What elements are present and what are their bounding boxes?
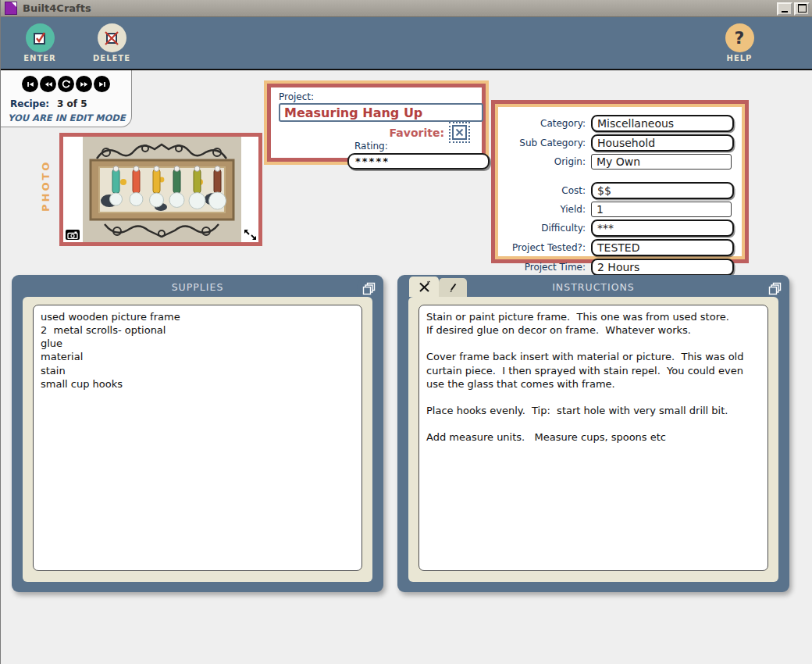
recipe-label: Recipe: — [10, 98, 49, 109]
rating-input[interactable] — [347, 153, 490, 170]
supplies-body: used wooden picture frame 2 metal scroll… — [23, 297, 372, 582]
supplies-textarea[interactable]: used wooden picture frame 2 metal scroll… — [33, 305, 362, 571]
app-window: Built4Crafts ENTER D — [0, 0, 812, 664]
question-mark-icon: ? — [725, 23, 754, 52]
delete-label: DELETE — [90, 54, 134, 62]
next-record-button[interactable] — [76, 76, 92, 92]
difficulty-field[interactable]: *** — [591, 220, 734, 237]
project-name-input[interactable] — [279, 103, 483, 122]
project-time-field[interactable]: 2 Hours — [591, 259, 734, 276]
details-section: Category: Miscellaneous Sub Category: Ho… — [491, 100, 749, 263]
skip-first-icon — [26, 80, 35, 89]
maximize-icon — [798, 4, 807, 12]
project-label: Project: — [279, 91, 474, 102]
photo-frame — [59, 133, 262, 246]
first-record-button[interactable] — [22, 76, 38, 92]
project-tested-label: Project Tested?: — [498, 242, 591, 253]
tab-instructions-utensils[interactable] — [409, 277, 439, 297]
record-navigator: Recipe: 3 of 5 YOU ARE IN EDIT MODE — [1, 70, 132, 127]
delete-button[interactable]: DELETE — [90, 23, 134, 62]
title-bar: Built4Crafts — [1, 0, 812, 17]
supplies-panel: SUPPLIES used wooden picture frame 2 met… — [12, 275, 383, 592]
fast-forward-icon — [80, 80, 89, 89]
x-mark-icon — [455, 128, 464, 137]
instructions-panel: INSTRUCTIONS Stain or paint picture fram… — [397, 275, 789, 592]
previous-record-button[interactable] — [40, 76, 56, 92]
rating-label: Rating: — [354, 141, 474, 152]
yield-label: Yield: — [498, 204, 591, 215]
help-label: HELP — [718, 54, 761, 62]
category-field[interactable]: Miscellaneous — [591, 115, 734, 132]
minimize-button[interactable] — [777, 2, 792, 16]
rewind-icon — [44, 80, 53, 89]
pencil-icon — [447, 282, 458, 293]
origin-label: Origin: — [498, 156, 591, 167]
origin-field[interactable]: My Own — [591, 154, 732, 170]
instructions-body: Stain or paint picture frame. This one w… — [408, 297, 778, 582]
last-record-button[interactable] — [94, 76, 110, 92]
toolbar: ENTER DELETE ? HELP — [1, 17, 812, 69]
difficulty-label: Difficulty: — [498, 223, 591, 234]
sub-category-label: Sub Category: — [498, 137, 591, 148]
project-photo — [83, 137, 241, 242]
enter-checkbox-icon — [26, 23, 55, 52]
app-icon — [5, 2, 17, 15]
category-label: Category: — [498, 118, 591, 129]
maximize-button[interactable] — [794, 2, 810, 16]
recipe-count: 3 of 5 — [57, 98, 87, 109]
favorite-label: Favorite: — [390, 127, 444, 139]
camera-button[interactable] — [66, 230, 80, 240]
instructions-textarea[interactable]: Stain or paint picture frame. This one w… — [418, 305, 768, 571]
help-button[interactable]: ? HELP — [718, 23, 761, 62]
resize-arrows-icon — [244, 229, 257, 241]
refresh-icon — [61, 79, 71, 89]
cost-field[interactable]: $$ — [591, 182, 734, 199]
minimize-icon — [782, 9, 788, 12]
project-time-label: Project Time: — [498, 262, 591, 273]
copy-pages-icon — [362, 281, 376, 295]
copy-pages-icon — [768, 281, 782, 295]
expand-photo-button[interactable] — [244, 229, 257, 241]
cost-label: Cost: — [498, 185, 591, 196]
delete-crossed-box-icon — [98, 23, 126, 52]
photo-label: PHOTO — [40, 143, 52, 229]
yield-field[interactable]: 1 — [591, 202, 732, 217]
refresh-record-button[interactable] — [58, 76, 74, 92]
knife-fork-icon — [418, 280, 431, 294]
project-tested-field[interactable]: TESTED — [591, 239, 734, 256]
skip-last-icon — [98, 80, 107, 89]
project-section: Project: Favorite: Rating: — [264, 80, 489, 165]
enter-button[interactable]: ENTER — [18, 23, 62, 62]
supplies-title: SUPPLIES — [12, 281, 383, 293]
sub-category-field[interactable]: Household — [591, 134, 734, 152]
tab-instructions-notes[interactable] — [439, 278, 467, 297]
edit-mode-status: YOU ARE IN EDIT MODE — [8, 112, 126, 123]
window-title: Built4Crafts — [23, 2, 91, 14]
camera-icon — [67, 231, 78, 239]
favorite-checkbox[interactable] — [452, 125, 467, 140]
enter-label: ENTER — [18, 54, 62, 62]
